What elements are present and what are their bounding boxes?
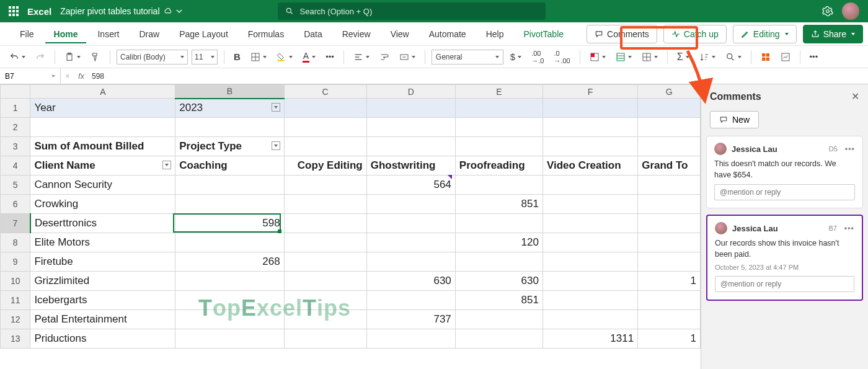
cell[interactable]: 564 [366, 176, 455, 195]
cell[interactable]: Deserttronics [30, 214, 175, 233]
search-input[interactable]: Search (Option + Q) [278, 2, 546, 20]
conditional-format-button[interactable] [587, 50, 609, 64]
cell[interactable]: Coaching [175, 156, 284, 176]
autosum-button[interactable]: Σ [674, 49, 693, 65]
fx-icon[interactable]: fx [74, 72, 88, 81]
tab-home[interactable]: Home [45, 24, 87, 43]
cell[interactable]: 851 [455, 291, 542, 310]
cell[interactable]: Crowking [30, 195, 175, 214]
cell[interactable]: Proofreading [455, 156, 542, 176]
col-header[interactable]: C [284, 85, 366, 99]
filter-icon[interactable] [272, 103, 280, 112]
comment-indicator-icon[interactable] [448, 175, 452, 179]
wrap-text-button[interactable] [376, 50, 392, 64]
addins-button[interactable] [758, 50, 774, 64]
tab-data[interactable]: Data [295, 24, 331, 43]
font-size-select[interactable]: 11 [192, 50, 218, 64]
col-header[interactable]: D [366, 85, 455, 99]
merge-button[interactable] [396, 50, 418, 64]
close-icon[interactable]: ✕ [851, 91, 859, 102]
cell[interactable]: Cannon Security [30, 176, 175, 195]
avatar[interactable] [842, 2, 859, 20]
col-header[interactable]: F [542, 85, 637, 99]
currency-button[interactable]: $ [507, 49, 525, 64]
cell[interactable]: Grizzlimited [30, 272, 175, 291]
filter-icon[interactable] [272, 141, 280, 150]
row-header[interactable]: 6 [1, 195, 30, 214]
gear-icon[interactable] [822, 6, 833, 17]
cell[interactable]: 737 [366, 310, 455, 329]
comment-card[interactable]: Jessica Lau B7 ••• Our records show this… [706, 215, 863, 301]
decrease-decimal-button[interactable]: .0→.00 [551, 47, 573, 67]
row-header[interactable]: 9 [1, 252, 30, 272]
cell[interactable]: Client Name [30, 156, 175, 176]
row-header[interactable]: 8 [1, 233, 30, 252]
row-header[interactable]: 4 [1, 156, 30, 176]
col-header[interactable]: G [638, 85, 701, 99]
tab-page-layout[interactable]: Page Layout [170, 24, 237, 43]
sort-filter-button[interactable] [696, 50, 719, 64]
row-header[interactable]: 10 [1, 272, 30, 291]
tab-draw[interactable]: Draw [130, 24, 168, 43]
select-all-corner[interactable] [1, 85, 30, 99]
row-header[interactable]: 1 [1, 99, 30, 118]
row-header[interactable]: 11 [1, 291, 30, 310]
cell[interactable]: 2023 [175, 99, 284, 118]
borders-button[interactable] [247, 50, 270, 64]
tab-pivottable[interactable]: PivotTable [515, 24, 572, 43]
tab-formulas[interactable]: Formulas [239, 24, 293, 43]
number-format-select[interactable]: General [432, 50, 503, 64]
cell[interactable]: Grand To [638, 156, 701, 176]
col-header[interactable]: E [455, 85, 542, 99]
share-button[interactable]: Share [803, 25, 863, 43]
cell[interactable]: Firetube [30, 252, 175, 272]
more-icon[interactable]: ••• [844, 224, 854, 233]
file-name[interactable]: Zapier pivot tables tutorial [60, 6, 182, 16]
editing-button[interactable]: Editing [733, 25, 797, 43]
cell[interactable]: 120 [455, 233, 542, 252]
cell[interactable]: 1 [638, 272, 701, 291]
row-header[interactable]: 12 [1, 310, 30, 329]
col-header[interactable]: A [30, 85, 175, 99]
row-header[interactable]: 7 [1, 214, 30, 233]
cell[interactable]: 1311 [542, 329, 637, 349]
formula-input[interactable]: 598 [88, 72, 104, 81]
filter-icon[interactable] [162, 161, 171, 169]
tab-insert[interactable]: Insert [89, 24, 128, 43]
cell[interactable]: 851 [455, 195, 542, 214]
cell[interactable]: 1 [638, 329, 701, 349]
cell[interactable]: Priductions [30, 329, 175, 349]
more-icon[interactable]: ••• [845, 144, 855, 153]
tab-review[interactable]: Review [334, 24, 379, 43]
align-button[interactable] [350, 50, 373, 64]
row-header[interactable]: 2 [1, 118, 30, 137]
more-toolbar-button[interactable]: ••• [807, 50, 822, 64]
tab-view[interactable]: View [382, 24, 418, 43]
tab-automate[interactable]: Automate [420, 24, 475, 43]
cell[interactable]: Elite Motors [30, 233, 175, 252]
row-header[interactable]: 5 [1, 176, 30, 195]
cell[interactable]: Sum of Amount Billed [30, 137, 175, 156]
name-box[interactable]: B7 [0, 68, 61, 84]
bold-button[interactable]: B [231, 49, 244, 64]
more-font-button[interactable]: ••• [322, 50, 337, 64]
column-headers[interactable]: A B C D E F G [1, 85, 701, 99]
cell[interactable]: Project Type [175, 137, 284, 156]
reply-input[interactable] [715, 276, 854, 292]
new-comment-button[interactable]: New [710, 111, 759, 128]
col-header[interactable]: B [175, 85, 284, 99]
cell[interactable]: Ghostwriting [366, 156, 455, 176]
cell[interactable]: 630 [455, 272, 542, 291]
cell[interactable]: Video Creation [542, 156, 637, 176]
format-painter-button[interactable] [87, 50, 104, 64]
catchup-button[interactable]: Catch up [663, 25, 727, 43]
font-select[interactable]: Calibri (Body) [117, 50, 188, 64]
spreadsheet-grid[interactable]: A B C D E F G 1 Year 2023 2 3 Sum of Amo… [0, 84, 701, 369]
cell[interactable]: Petal Entertainment [30, 310, 175, 329]
analyze-button[interactable] [777, 50, 794, 64]
undo-button[interactable] [6, 50, 29, 64]
row-header[interactable]: 13 [1, 329, 30, 349]
cells-button[interactable] [639, 50, 661, 64]
find-button[interactable] [722, 50, 745, 64]
redo-button[interactable] [32, 50, 48, 64]
